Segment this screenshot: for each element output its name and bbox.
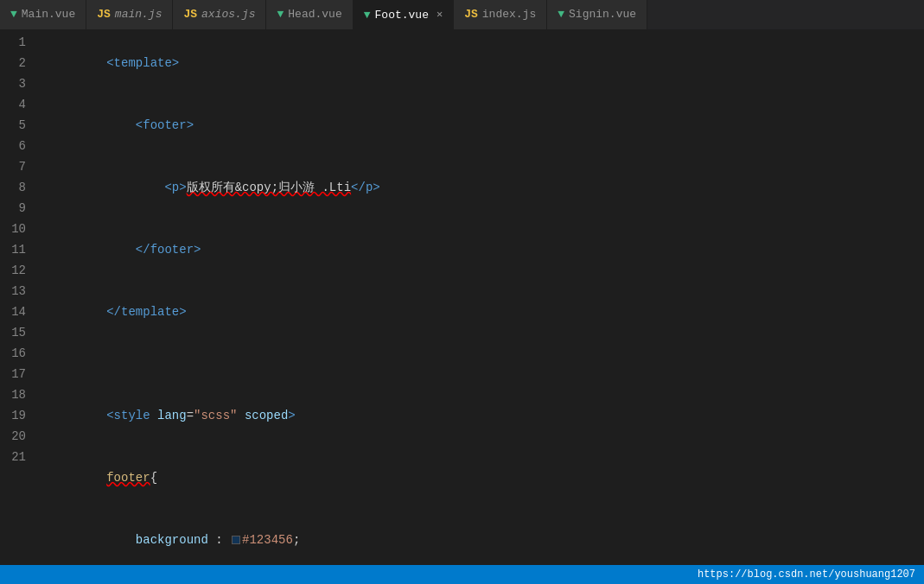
line-number: 8: [9, 177, 26, 198]
line-number: 13: [9, 281, 26, 302]
color-swatch: [232, 536, 240, 544]
tab-label: axios.js: [201, 8, 255, 21]
line-number: 6: [9, 136, 26, 156]
line-number: 18: [9, 384, 26, 405]
code-line: footer{: [48, 447, 924, 509]
line-number: 5: [9, 115, 26, 136]
line-number: 9: [9, 198, 26, 219]
line-number: 21: [9, 447, 26, 467]
code-line: [48, 343, 924, 364]
tab-label: main.js: [115, 8, 162, 21]
tab-label: index.js: [482, 8, 536, 21]
tab-label: Head.vue: [288, 8, 341, 21]
tag: </template>: [106, 305, 186, 319]
line-number: 12: [9, 260, 26, 281]
tab-bar: ▼ Main.vue JS main.js JS axios.js ▼ Head…: [0, 0, 924, 30]
tab-main-js[interactable]: JS main.js: [86, 0, 173, 29]
code-line: <p>版权所有&copy;归小游 .Lti</p>: [48, 156, 924, 219]
line-number: 7: [9, 156, 26, 177]
attr-value: "scss": [194, 409, 237, 422]
tag: <footer>: [136, 118, 194, 132]
js-icon: JS: [464, 8, 478, 21]
css-value: #123456: [242, 533, 293, 547]
css-selector: footer: [106, 471, 150, 485]
tab-head-vue[interactable]: ▼ Head.vue: [266, 0, 353, 29]
tag: </p>: [351, 181, 380, 194]
line-number: 1: [9, 32, 26, 53]
tab-signin-vue[interactable]: ▼ Signin.vue: [547, 0, 647, 29]
css-prop: background: [136, 533, 208, 547]
line-number: 2: [9, 53, 26, 73]
tag: <style: [106, 409, 157, 422]
text-content: 版权所有&copy;归小游 .Lti: [187, 181, 351, 194]
vue-icon: ▼: [558, 8, 564, 21]
vue-icon: ▼: [10, 8, 17, 21]
css-brace: {: [150, 471, 157, 485]
tab-label: Signin.vue: [569, 8, 636, 21]
tab-main-vue[interactable]: ▼ Main.vue: [0, 0, 86, 29]
line-number: 3: [9, 73, 26, 94]
tag: <template>: [106, 56, 179, 70]
tab-label: Main.vue: [22, 8, 75, 21]
line-number: 4: [9, 94, 26, 115]
tab-index-js[interactable]: JS index.js: [454, 0, 547, 29]
code-line: <style lang="scss" scoped>: [48, 384, 924, 447]
status-bar: https://blog.csdn.net/youshuang1207: [0, 565, 924, 584]
code-line: background : #123456;: [48, 509, 924, 565]
editor: 1 2 3 4 5 6 7 8 9 10 11 12 13 14 15 16 1…: [0, 30, 924, 565]
code-line: </footer>: [48, 219, 924, 281]
attr-name: lang: [157, 409, 187, 422]
tab-close-icon[interactable]: ✕: [437, 10, 443, 20]
attr-name: scoped: [245, 409, 288, 422]
line-number: 20: [9, 426, 26, 447]
code-container: 1 2 3 4 5 6 7 8 9 10 11 12 13 14 15 16 1…: [0, 30, 924, 565]
vue-icon: ▼: [364, 9, 371, 22]
vue-icon: ▼: [277, 8, 284, 21]
line-number: 10: [9, 219, 26, 239]
tag: </footer>: [136, 243, 201, 257]
line-number: 11: [9, 239, 26, 260]
code-line: </template>: [48, 281, 924, 343]
status-bar-url: https://blog.csdn.net/youshuang1207: [698, 568, 915, 581]
tag: >: [288, 409, 295, 422]
code-line: [48, 364, 924, 384]
code-line: <footer>: [48, 94, 924, 156]
tab-label: Foot.vue: [375, 9, 429, 22]
line-number: 16: [9, 343, 26, 364]
tab-foot-vue[interactable]: ▼ Foot.vue ✕: [354, 0, 454, 29]
line-number: 15: [9, 322, 26, 343]
js-icon: JS: [183, 8, 197, 21]
code-lines[interactable]: <template> <footer> <p>版权所有&copy;归小游 .Lt…: [35, 30, 924, 565]
tag: <p>: [164, 181, 186, 194]
tab-axios-js[interactable]: JS axios.js: [173, 0, 266, 29]
line-number: 17: [9, 364, 26, 384]
line-number: 14: [9, 302, 26, 322]
line-number: 19: [9, 405, 26, 426]
line-numbers: 1 2 3 4 5 6 7 8 9 10 11 12 13 14 15 16 1…: [0, 30, 35, 565]
code-line: <template>: [48, 32, 924, 94]
js-icon: JS: [97, 8, 111, 21]
